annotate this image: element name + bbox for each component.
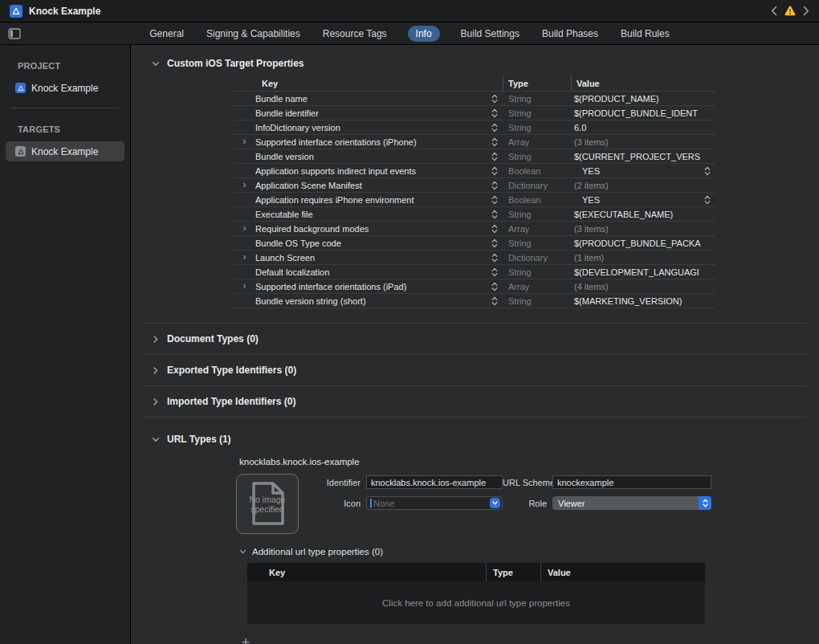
tab-build-phases[interactable]: Build Phases	[540, 26, 600, 42]
property-value[interactable]: $(CURRENT_PROJECT_VERS	[571, 152, 715, 161]
role-popup-button[interactable]: Viewer	[552, 496, 711, 510]
row-disclosure-icon[interactable]: ›	[234, 282, 255, 291]
nav-back-icon[interactable]	[771, 6, 777, 16]
row-disclosure-icon[interactable]	[234, 300, 255, 302]
property-key[interactable]: Required background modes	[255, 224, 487, 234]
key-stepper-icon[interactable]	[487, 224, 503, 234]
property-value[interactable]: $(DEVELOPMENT_LANGUAGI	[571, 267, 715, 277]
property-key[interactable]: Supported interface orientations (iPad)	[255, 282, 487, 291]
warning-icon[interactable]	[784, 6, 796, 16]
row-disclosure-icon[interactable]	[234, 127, 255, 128]
property-key[interactable]: Launch Screen	[255, 253, 487, 263]
property-key[interactable]: Supported interface orientations (iPhone…	[255, 137, 487, 147]
table-row[interactable]: Bundle OS Type code String $(PRODUCT_BUN…	[234, 236, 715, 251]
row-disclosure-icon[interactable]	[234, 243, 255, 244]
boolean-value-popup[interactable]: YES	[571, 195, 715, 205]
identifier-input[interactable]	[366, 475, 503, 489]
table-row[interactable]: Bundle name String $(PRODUCT_NAME)	[234, 92, 715, 106]
property-key[interactable]: Bundle name	[255, 94, 487, 104]
property-value[interactable]: (2 items)	[571, 181, 715, 190]
property-key[interactable]: Executable file	[255, 210, 487, 219]
table-row[interactable]: › Launch Screen Dictionary (1 item)	[234, 251, 715, 265]
table-row[interactable]: Bundle version string (short) String $(M…	[234, 294, 715, 308]
key-stepper-icon[interactable]	[487, 296, 503, 306]
property-key[interactable]: Default localization	[255, 267, 487, 277]
table-row[interactable]: Default localization String $(DEVELOPMEN…	[234, 265, 715, 279]
row-disclosure-icon[interactable]	[234, 214, 255, 215]
property-value[interactable]: $(PRODUCT_NAME)	[571, 94, 715, 104]
value-stepper-icon[interactable]	[704, 195, 711, 205]
combobox-chevron-icon[interactable]	[490, 498, 500, 508]
section-custom-ios-target-properties[interactable]: Custom iOS Target Properties	[131, 55, 819, 72]
row-disclosure-icon[interactable]	[234, 156, 255, 157]
key-stepper-icon[interactable]	[487, 152, 503, 161]
row-disclosure-icon[interactable]: ›	[234, 181, 255, 190]
property-value[interactable]: 6.0	[571, 123, 715, 132]
key-stepper-icon[interactable]	[487, 94, 503, 104]
key-stepper-icon[interactable]	[487, 253, 503, 263]
table-row[interactable]: › Supported interface orientations (iPad…	[234, 279, 715, 294]
section-imported-type-identifiers[interactable]: Imported Type Identifiers (0)	[131, 396, 295, 407]
additional-props-empty-state[interactable]: Click here to add additional url type pr…	[247, 581, 705, 624]
table-row[interactable]: Bundle version String $(CURRENT_PROJECT_…	[234, 149, 715, 164]
key-stepper-icon[interactable]	[487, 210, 503, 219]
table-row[interactable]: › Application Scene Manifest Dictionary …	[234, 178, 715, 193]
section-url-types[interactable]: URL Types (1)	[131, 434, 231, 445]
nav-forward-icon[interactable]	[803, 6, 809, 16]
property-key[interactable]: Bundle OS Type code	[255, 238, 487, 248]
key-stepper-icon[interactable]	[487, 195, 503, 205]
table-row[interactable]: › Required background modes Array (3 ite…	[234, 222, 715, 236]
row-disclosure-icon[interactable]	[234, 170, 255, 172]
url-type-image-well[interactable]: No image specified	[236, 474, 299, 534]
tab-build-settings[interactable]: Build Settings	[459, 26, 521, 42]
section-additional-url-type-properties[interactable]: Additional url type properties (0)	[239, 547, 819, 556]
table-row[interactable]: Executable file String $(EXECUTABLE_NAME…	[234, 207, 715, 222]
property-key[interactable]: InfoDictionary version	[255, 123, 487, 132]
property-value[interactable]: $(EXECUTABLE_NAME)	[571, 210, 715, 219]
property-key[interactable]: Bundle identifier	[255, 108, 487, 118]
key-stepper-icon[interactable]	[487, 166, 503, 176]
key-stepper-icon[interactable]	[487, 108, 503, 118]
sidebar-item-target[interactable]: Knock Example	[6, 141, 124, 161]
property-key[interactable]: Application Scene Manifest	[255, 181, 487, 190]
key-stepper-icon[interactable]	[487, 238, 503, 248]
row-disclosure-icon[interactable]	[234, 199, 255, 201]
property-key[interactable]: Bundle version	[255, 152, 487, 161]
property-value[interactable]: $(PRODUCT_BUNDLE_IDENT	[571, 108, 715, 118]
tab-info[interactable]: Info	[408, 26, 440, 42]
key-stepper-icon[interactable]	[487, 181, 503, 190]
add-url-type-button[interactable]: +	[238, 634, 254, 644]
table-row[interactable]: Application requires iPhone environment …	[234, 193, 715, 207]
property-value[interactable]: $(MARKETING_VERSION)	[571, 296, 715, 306]
property-key[interactable]: Application supports indirect input even…	[255, 166, 487, 176]
row-disclosure-icon[interactable]	[234, 271, 255, 273]
section-document-types[interactable]: Document Types (0)	[131, 333, 259, 344]
value-stepper-icon[interactable]	[704, 166, 711, 176]
table-row[interactable]: Application supports indirect input even…	[234, 164, 715, 178]
tab-signing-capabilities[interactable]: Signing & Capabilities	[205, 26, 302, 42]
property-value[interactable]: (3 items)	[571, 137, 715, 147]
icon-combobox[interactable]: None	[366, 496, 503, 510]
property-value[interactable]: (4 items)	[571, 282, 715, 291]
property-key[interactable]: Application requires iPhone environment	[255, 195, 487, 205]
boolean-value-popup[interactable]: YES	[571, 166, 715, 176]
property-value[interactable]: (1 item)	[571, 253, 715, 263]
property-value[interactable]: (3 items)	[571, 224, 715, 234]
row-disclosure-icon[interactable]	[234, 98, 255, 100]
url-schemes-input[interactable]	[552, 475, 711, 489]
table-row[interactable]: InfoDictionary version String 6.0	[234, 120, 715, 135]
property-key[interactable]: Bundle version string (short)	[255, 296, 487, 306]
tab-general[interactable]: General	[148, 26, 185, 42]
tab-build-rules[interactable]: Build Rules	[619, 26, 671, 42]
row-disclosure-icon[interactable]: ›	[234, 253, 255, 263]
table-row[interactable]: Bundle identifier String $(PRODUCT_BUNDL…	[234, 106, 715, 120]
key-stepper-icon[interactable]	[487, 123, 503, 132]
row-disclosure-icon[interactable]: ›	[234, 224, 255, 234]
tab-resource-tags[interactable]: Resource Tags	[321, 26, 389, 42]
key-stepper-icon[interactable]	[487, 282, 503, 291]
key-stepper-icon[interactable]	[487, 137, 503, 147]
row-disclosure-icon[interactable]	[234, 112, 255, 114]
row-disclosure-icon[interactable]: ›	[234, 137, 255, 147]
section-exported-type-identifiers[interactable]: Exported Type Identifiers (0)	[131, 365, 296, 376]
property-value[interactable]: $(PRODUCT_BUNDLE_PACKA	[571, 238, 715, 248]
